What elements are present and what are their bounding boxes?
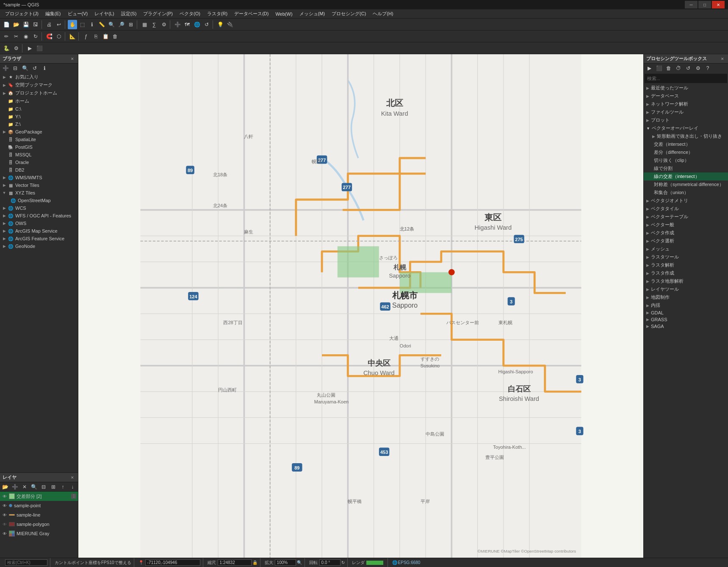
save-as-btn[interactable]: 🖫 [31, 20, 40, 29]
proc-clear-btn[interactable]: 🗑 [664, 64, 673, 73]
processing-search-input[interactable] [645, 74, 727, 83]
field-calc-btn[interactable]: ∑ [149, 20, 159, 29]
browser-item-y-drive[interactable]: 📁 Y:\ [0, 113, 78, 120]
browser-item-z-drive[interactable]: 📁 Z:\ [0, 120, 78, 128]
menu-raster[interactable]: ラスタ(R) [204, 10, 231, 18]
select-btn[interactable]: ⬚ [78, 20, 87, 29]
proc-intersect[interactable]: 交差（intersect） [644, 140, 728, 148]
menu-help[interactable]: ヘルプ(H) [369, 10, 396, 18]
browser-item-geonode[interactable]: ▶ 🌐 GeoNode [0, 242, 78, 250]
layer-vis-sample-polygon[interactable]: 👁 [2, 521, 8, 527]
add-raster-layer-btn[interactable]: 🗺 [183, 20, 192, 29]
plugins-btn[interactable]: 🔌 [225, 20, 235, 29]
zoom-out-btn[interactable]: 🔎 [116, 20, 126, 29]
menu-web[interactable]: Web(W) [272, 11, 296, 17]
copy-btn[interactable]: ⎘ [91, 32, 100, 41]
add-ogr-layer-btn[interactable]: ➕ [173, 20, 182, 29]
layer-item-mierune[interactable]: 👁 MIERUNE Gray [0, 529, 78, 538]
proc-recent-tools[interactable]: ▶ 最近使ったツール [644, 84, 728, 92]
proc-clip-raster[interactable]: ▶ 矩形動画で抜き出し・切り抜き [644, 132, 728, 140]
layer-open-btn[interactable]: 📂 [1, 482, 10, 492]
proc-raster-analysis[interactable]: ▶ ラスタ解析 [644, 261, 728, 269]
menu-layer[interactable]: レイヤ(L) [91, 10, 117, 18]
proc-vector-overlay[interactable]: ▼ ベクターオーバーレイ [644, 124, 728, 132]
status-crs-label[interactable]: EPSG:6680 [398, 560, 421, 565]
status-coords-input[interactable] [145, 559, 200, 566]
browser-item-spatialite[interactable]: 🗄 SpatiaLite [0, 136, 78, 143]
proc-split-lines[interactable]: 線で分割 [644, 164, 728, 172]
close-button[interactable]: ✕ [712, 1, 725, 8]
proc-interpolation[interactable]: ▶ 内揺 [644, 301, 728, 309]
zoom-full-btn[interactable]: ⊞ [126, 20, 136, 29]
attribute-table-btn[interactable]: ▦ [140, 20, 149, 29]
expression-btn[interactable]: ƒ [81, 32, 91, 41]
proc-database[interactable]: ▶ データベース [644, 92, 728, 100]
layer-remove-btn[interactable]: ✕ [20, 482, 29, 492]
layer-vis-mierune[interactable]: 👁 [2, 531, 8, 536]
proc-vector-analysis[interactable]: ▶ ベクタ選析 [644, 237, 728, 245]
proc-history-btn[interactable]: ⏱ [674, 64, 683, 73]
layer-options-icon[interactable]: ⋮ [71, 494, 76, 499]
refresh-btn[interactable]: ↺ [202, 20, 211, 29]
maximize-button[interactable]: □ [698, 1, 711, 8]
map-area[interactable]: 89 277 124 462 275 3 277 3 3 [78, 54, 643, 558]
layer-expand-btn[interactable]: ⊞ [49, 482, 58, 492]
node-btn[interactable]: ◉ [21, 32, 30, 41]
browser-panel-close[interactable]: ✕ [69, 56, 75, 62]
status-scale-icon[interactable]: 🔒 [252, 560, 257, 565]
browser-item-osm[interactable]: 🌐 OpenStreetMap [0, 197, 78, 204]
browser-info-btn[interactable]: ℹ [40, 64, 49, 73]
browser-collapse-btn[interactable]: ⊟ [11, 64, 20, 73]
python-btn[interactable]: 🐍 [2, 44, 11, 53]
proc-difference[interactable]: 差分（difference） [644, 148, 728, 156]
layer-vis-intersection[interactable]: 👁 [2, 493, 8, 499]
proc-sym-difference[interactable]: 対称差（symmetrical difference） [644, 181, 728, 189]
advanced-digitize-btn[interactable]: 📐 [68, 32, 77, 41]
new-project-btn[interactable]: 📄 [2, 20, 11, 29]
status-zoom-input[interactable] [275, 559, 296, 566]
menu-view[interactable]: ビュー(V) [64, 10, 91, 18]
menu-processing[interactable]: プロセシング(C) [328, 10, 369, 18]
save-project-btn[interactable]: 💾 [21, 20, 30, 29]
browser-item-wcs[interactable]: ▶ 🌐 WCS [0, 204, 78, 212]
proc-mesh[interactable]: ▶ メッシュ [644, 245, 728, 253]
menu-settings[interactable]: 設定(S) [118, 10, 140, 18]
show-tips-btn[interactable]: 💡 [216, 20, 225, 29]
paste-btn[interactable]: 📋 [101, 32, 110, 41]
layer-vis-sample-point[interactable]: 👁 [2, 503, 8, 509]
action-btn-2[interactable]: ⬛ [35, 44, 44, 53]
menu-vector[interactable]: ベクタ(O) [176, 10, 204, 18]
browser-item-geopackage[interactable]: ▶ 📦 GeoPackage [0, 128, 78, 136]
proc-vector-general[interactable]: ▶ ベクター般 [644, 221, 728, 229]
action-btn-1[interactable]: ▶ [25, 44, 34, 53]
print-btn[interactable]: 🖨 [44, 20, 54, 29]
layer-item-sample-polygon[interactable]: 👁 sample-polygon [0, 520, 78, 529]
proc-layer-tools[interactable]: ▶ レイヤツール [644, 285, 728, 293]
topology-btn[interactable]: ⬡ [54, 32, 64, 41]
proc-network-analysis[interactable]: ▶ ネットワーク解析 [644, 100, 728, 108]
layer-filter-btn[interactable]: 🔍 [30, 482, 39, 492]
proc-grass[interactable]: ▶ GRASS [644, 316, 728, 323]
snap-btn[interactable]: 🧲 [44, 32, 54, 41]
proc-raster-terrain[interactable]: ▶ ラスタ地形解析 [644, 277, 728, 285]
edit-btn[interactable]: ✂ [11, 32, 21, 41]
layer-properties-btn[interactable]: ⚙ [159, 20, 169, 29]
browser-item-c-drive[interactable]: 📁 C:\ [0, 105, 78, 113]
browser-item-arcgis-feature[interactable]: ▶ 🌐 ArcGIS Feature Service [0, 235, 78, 242]
proc-saga[interactable]: ▶ SAGA [644, 323, 728, 330]
browser-item-db2[interactable]: 🗄 DB2 [0, 166, 78, 174]
browser-item-home[interactable]: 📁 ホーム [0, 97, 78, 105]
browser-item-postgis[interactable]: 🐘 PostGIS [0, 143, 78, 151]
proc-vector-table[interactable]: ▶ ベクターテーブル [644, 213, 728, 221]
proc-line-intersect[interactable]: 線の交差（intersect） [644, 172, 728, 181]
proc-settings-btn[interactable]: ⚙ [693, 64, 703, 73]
proc-refresh-btn[interactable]: ↺ [684, 64, 693, 73]
browser-item-wfs[interactable]: ▶ 🌐 WFS / OGC API - Features [0, 212, 78, 220]
browser-item-xyz-tiles[interactable]: ▼ ▦ XYZ Tiles [0, 189, 78, 197]
layer-move-down-btn[interactable]: ↓ [68, 482, 77, 492]
browser-item-arcgis-map[interactable]: ▶ 🌐 ArcGIS Map Service [0, 227, 78, 235]
menu-database[interactable]: データベース(D) [231, 10, 272, 18]
proc-stop-btn[interactable]: ⬛ [654, 64, 664, 73]
menu-mesh[interactable]: メッシュ(M) [296, 10, 329, 18]
proc-union[interactable]: 和集合（union） [644, 189, 728, 197]
